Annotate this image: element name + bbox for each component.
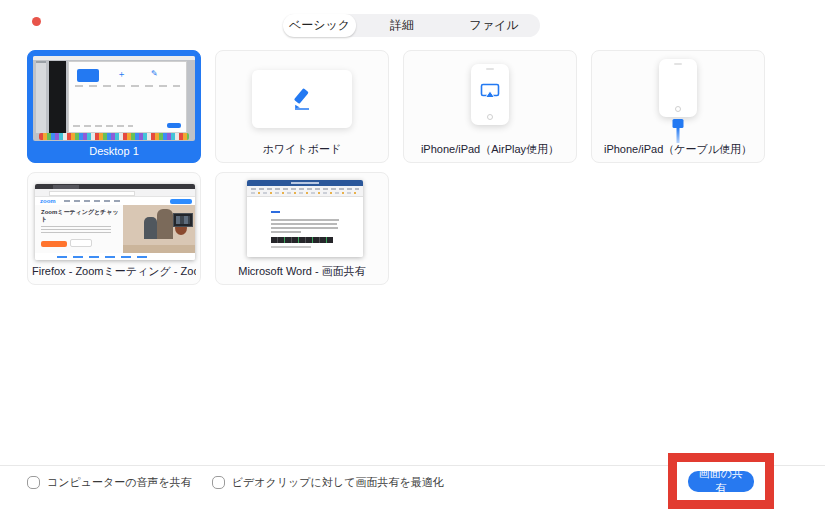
thumb-share-dialog: ＋ ✎ — [68, 61, 187, 133]
whiteboard-card — [252, 70, 352, 128]
tile-iphone-airplay[interactable]: iPhone/iPad（AirPlay使用） — [403, 50, 577, 163]
optimize-video-clip-label: ビデオクリップに対して画面共有を最適化 — [232, 475, 444, 490]
tile-whiteboard[interactable]: ホワイトボード — [215, 50, 389, 163]
thumb-footer-lines — [73, 125, 133, 127]
optimize-video-clip-option[interactable]: ビデオクリップに対して画面共有を最適化 — [212, 475, 444, 490]
person-figure — [144, 217, 157, 239]
thumb-plus-icon: ＋ — [117, 71, 124, 78]
hero-secondary-button — [70, 239, 92, 247]
share-screen-button[interactable]: 画面の共有 — [688, 471, 754, 492]
hero-text-block: Zoomミーティングとチャット — [35, 205, 123, 253]
thumb-share-button — [167, 123, 181, 128]
tab-advanced[interactable]: 詳細 — [356, 14, 448, 37]
share-computer-sound-checkbox[interactable] — [27, 476, 40, 489]
firefox-thumbnail: zoom Zoomミーティングとチャット — [35, 184, 195, 260]
doc-text-line — [271, 231, 301, 233]
tile-label-iphone-airplay: iPhone/iPad（AirPlay使用） — [408, 142, 572, 157]
person-figure — [157, 209, 173, 239]
thumb-footer — [73, 123, 182, 129]
share-source-grid: ＋ ✎ Desktop 1 — [27, 50, 765, 285]
hero-body-lines — [41, 226, 111, 233]
tile-firefox-window[interactable]: zoom Zoomミーティングとチャット — [27, 172, 201, 285]
share-mode-tabs: ベーシック 詳細 ファイル — [283, 14, 540, 37]
tile-label-word: Microsoft Word - 画面共有 — [220, 264, 384, 279]
tab-files[interactable]: ファイル — [448, 14, 540, 37]
tile-label-whiteboard: ホワイトボード — [220, 142, 384, 157]
zoom-logo: zoom — [40, 197, 56, 205]
doc-text-line — [271, 227, 338, 229]
signup-button-mini — [170, 199, 192, 204]
thumb-selected-tile — [77, 69, 99, 82]
zoom-site-hero: Zoomミーティングとチャット — [35, 205, 195, 253]
share-computer-sound-label: コンピューターの音声を共有 — [47, 475, 192, 490]
doc-dark-toolbar — [271, 237, 333, 243]
optimize-video-clip-checkbox[interactable] — [212, 476, 225, 489]
hero-photo — [123, 205, 195, 253]
thumb-side-window — [36, 61, 46, 133]
firefox-urlbar — [35, 189, 195, 197]
doc-text-line — [271, 219, 339, 221]
tile-iphone-cable[interactable]: iPhone/iPad（ケーブル使用） — [591, 50, 765, 163]
airplay-icon — [480, 83, 500, 99]
word-ribbon — [247, 186, 363, 197]
cable-line — [677, 128, 680, 143]
zoom-site-nav: zoom — [35, 197, 195, 205]
thumb-dark-panel — [49, 61, 66, 133]
tile-label-firefox: Firefox - Zoomミーティング - Zoom... — [32, 264, 196, 279]
phone-speaker-slot — [486, 68, 494, 70]
hero-title: Zoomミーティングとチャット — [41, 209, 121, 223]
share-computer-sound-option[interactable]: コンピューターの音声を共有 — [27, 475, 192, 490]
iphone-cable-graphic — [659, 59, 697, 117]
page-footer-links — [35, 253, 195, 260]
thumb-dock — [39, 133, 189, 140]
doc-text-line — [271, 223, 337, 225]
table-surface — [123, 245, 195, 253]
desktop-thumbnail: ＋ ✎ — [33, 56, 195, 141]
iphone-airplay-graphic — [471, 64, 509, 125]
laptop-graphic — [173, 213, 193, 227]
tile-desktop-1[interactable]: ＋ ✎ Desktop 1 — [27, 50, 201, 163]
word-thumbnail — [247, 180, 363, 257]
tab-basic[interactable]: ベーシック — [283, 14, 356, 37]
tile-word-window[interactable]: Microsoft Word - 画面共有 — [215, 172, 389, 285]
thumb-caption-lines — [75, 85, 180, 87]
doc-heading-line — [271, 211, 280, 213]
share-screen-dialog: ベーシック 詳細 ファイル ＋ ✎ — [0, 0, 825, 531]
footer-options: コンピューターの音声を共有 ビデオクリップに対して画面共有を最適化 — [27, 475, 444, 490]
thumb-menubar — [33, 56, 195, 60]
phone-speaker-slot — [674, 63, 682, 65]
tile-label-iphone-cable: iPhone/iPad（ケーブル使用） — [596, 142, 760, 157]
tile-label-desktop: Desktop 1 — [32, 145, 196, 157]
window-close-button[interactable] — [32, 17, 41, 26]
cable-plug — [673, 119, 684, 128]
word-document-page — [247, 197, 363, 257]
hero-cta-button — [41, 241, 67, 247]
red-highlight-annotation: 画面の共有 — [668, 453, 774, 509]
phone-home-button — [675, 106, 681, 112]
doc-text-line — [271, 246, 311, 248]
pencil-icon — [289, 86, 315, 112]
nav-links — [64, 200, 122, 202]
thumb-pencil-icon: ✎ — [151, 70, 159, 78]
phone-home-button — [487, 114, 493, 120]
